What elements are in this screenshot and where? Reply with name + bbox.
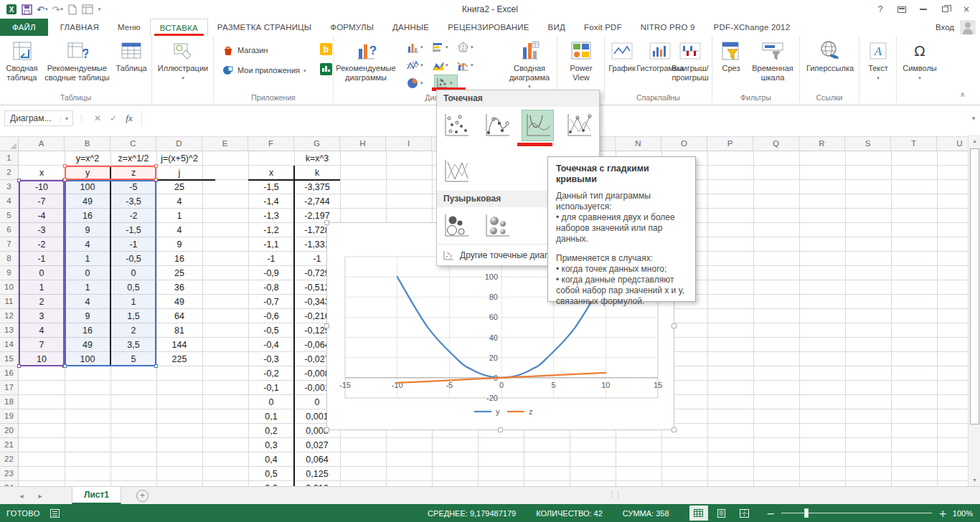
cell-A14[interactable]: 7 (19, 338, 65, 352)
pivot-chart-button[interactable]: Сводная диаграмма▾ (504, 38, 555, 92)
insert-bar-chart-button[interactable]: ▾ (430, 39, 454, 55)
chart-resize-handle[interactable] (324, 220, 329, 225)
cell-F15[interactable]: -0,3 (248, 352, 294, 366)
row-header-18[interactable]: 18 (0, 395, 18, 409)
column-header-T[interactable]: T (891, 137, 937, 151)
column-header-H[interactable]: H (340, 137, 386, 151)
insert-line-chart-button[interactable]: ▾ (405, 57, 429, 73)
cell-G4[interactable]: -2,744 (294, 194, 340, 209)
chart-resize-handle[interactable] (672, 323, 677, 328)
table-button[interactable]: Таблица (112, 38, 151, 73)
collapse-ribbon-icon[interactable]: ∧ (960, 90, 965, 98)
cell-D5[interactable]: 1 (156, 209, 202, 223)
insert-function-icon[interactable]: fx (121, 113, 137, 124)
excel-logo-icon[interactable]: X (6, 4, 17, 15)
cell-C7[interactable]: -1 (110, 237, 156, 252)
cell-F2[interactable]: x (248, 166, 294, 180)
cell-G2[interactable]: k (294, 166, 340, 180)
cell-G23[interactable]: 0,125 (294, 467, 340, 481)
cell-F24[interactable]: 0,6 (248, 481, 294, 486)
cell-C12[interactable]: 1,5 (110, 309, 156, 323)
insert-combo-chart-button[interactable]: ▾ (456, 57, 479, 73)
cell-C6[interactable]: -1,5 (110, 223, 156, 237)
cell-F4[interactable]: -1,4 (248, 194, 294, 209)
row-header-1[interactable]: 1 (0, 151, 18, 166)
cell-B10[interactable]: 1 (65, 280, 110, 295)
sign-in-link[interactable]: Вход (936, 23, 954, 32)
insert-pie-chart-button[interactable]: ▾ (405, 75, 429, 91)
ribbon-tab-вид[interactable]: ВИД (539, 19, 575, 36)
cancel-icon[interactable]: ✕ (90, 113, 105, 123)
slicer-button[interactable]: Срез (715, 38, 747, 73)
cell-A12[interactable]: 3 (19, 309, 65, 323)
cell-B9[interactable]: 0 (65, 266, 110, 280)
row-header-21[interactable]: 21 (0, 438, 18, 452)
cell-F18[interactable]: 0 (248, 395, 294, 409)
cell-B13[interactable]: 16 (65, 323, 110, 338)
row-header-14[interactable]: 14 (0, 338, 18, 352)
scatter-smooth-markers-item[interactable] (481, 110, 513, 141)
column-header-O[interactable]: O (661, 137, 707, 151)
minimize-icon[interactable] (914, 2, 933, 16)
form-controls-icon[interactable] (82, 4, 93, 14)
row-header-22[interactable]: 22 (0, 452, 18, 467)
row-header-17[interactable]: 17 (0, 381, 18, 395)
sheet-tab-list1[interactable]: Лист1 (72, 487, 121, 504)
macro-record-icon[interactable] (50, 509, 60, 518)
cell-G3[interactable]: -3,375 (294, 180, 340, 194)
cell-F3[interactable]: -1,5 (248, 180, 294, 194)
chart-resize-handle[interactable] (324, 323, 329, 328)
timeline-button[interactable]: Временная шкала (748, 38, 797, 82)
scroll-up-icon[interactable]: ▴ (969, 135, 980, 147)
cell-G22[interactable]: 0,064 (294, 452, 340, 467)
row-header-7[interactable]: 7 (0, 237, 18, 252)
scatter-straight-item[interactable] (440, 156, 472, 187)
cell-B12[interactable]: 9 (65, 309, 110, 323)
scatter-smooth-item[interactable] (522, 110, 554, 141)
cell-F6[interactable]: -1,2 (248, 223, 294, 237)
row-header-8[interactable]: 8 (0, 252, 18, 266)
page-break-view-icon[interactable] (735, 506, 754, 521)
cell-A2[interactable]: x (19, 166, 65, 180)
cell-D10[interactable]: 36 (156, 280, 202, 295)
ribbon-tab-nitro-pro-9[interactable]: NITRO PRO 9 (631, 19, 705, 36)
column-header-B[interactable]: B (65, 137, 110, 151)
illustrations-button[interactable]: Иллюстрации▾ (154, 38, 212, 82)
row-header-16[interactable]: 16 (0, 366, 18, 381)
row-header-11[interactable]: 11 (0, 295, 18, 309)
cell-D8[interactable]: 16 (156, 252, 202, 266)
new-sheet-icon[interactable]: + (136, 490, 149, 502)
ribbon-tab-меню[interactable]: Меню (108, 19, 150, 36)
insert-column-chart-button[interactable]: ▾ (405, 39, 429, 55)
my-apps-button[interactable]: Мои приложения▾ (222, 65, 306, 76)
column-header-D[interactable]: D (156, 137, 202, 151)
cell-A15[interactable]: 10 (19, 352, 65, 366)
cell-B2[interactable]: y (65, 166, 110, 180)
cell-D13[interactable]: 81 (156, 323, 202, 338)
people-graph-icon[interactable] (320, 63, 332, 75)
zoom-level[interactable]: 100% (947, 509, 980, 518)
cell-B11[interactable]: 4 (65, 295, 110, 309)
scatter-markers-only-item[interactable] (440, 110, 472, 141)
cell-D12[interactable]: 64 (156, 309, 202, 323)
ribbon-tab-foxit-pdf[interactable]: Foxit PDF (575, 19, 631, 36)
tab-scroll-splitter[interactable]: ⋮⋮ (608, 490, 621, 498)
cell-D14[interactable]: 144 (156, 338, 202, 352)
enter-icon[interactable]: ✓ (105, 113, 121, 123)
cell-F5[interactable]: -1,3 (248, 209, 294, 223)
restore-icon[interactable] (936, 2, 954, 16)
chart-resize-handle[interactable] (498, 427, 503, 432)
row-header-3[interactable]: 3 (0, 180, 18, 194)
cell-D7[interactable]: 9 (156, 237, 202, 252)
row-header-6[interactable]: 6 (0, 223, 18, 237)
cell-D4[interactable]: 4 (156, 194, 202, 209)
cell-F22[interactable]: 0,4 (248, 452, 294, 467)
cell-G24[interactable]: 0,216 (294, 481, 340, 486)
cell-A4[interactable]: -7 (19, 194, 65, 209)
ribbon-tab-данные[interactable]: ДАННЫЕ (383, 19, 438, 36)
cell-A3[interactable]: -10 (19, 180, 65, 194)
bing-maps-icon[interactable]: b (320, 43, 332, 55)
cell-F20[interactable]: 0,2 (248, 424, 294, 438)
close-icon[interactable]: × (957, 2, 976, 16)
zoom-slider[interactable] (781, 513, 932, 513)
